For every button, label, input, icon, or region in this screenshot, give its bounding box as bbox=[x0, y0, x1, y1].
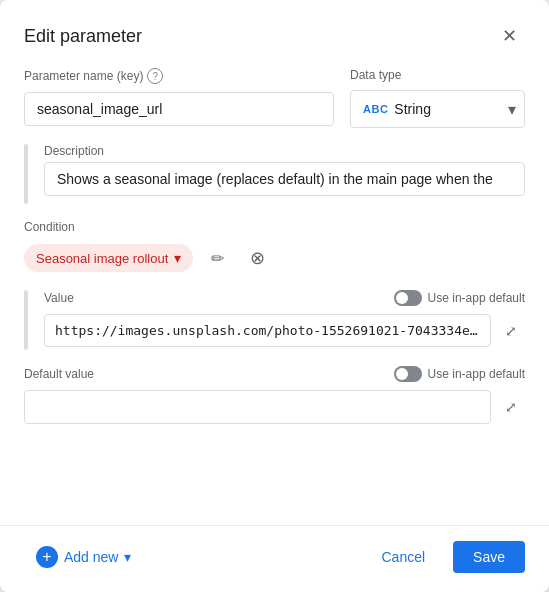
plus-circle-icon: + bbox=[36, 546, 58, 568]
value-card-header: Value Use in-app default bbox=[44, 290, 525, 306]
condition-chip[interactable]: Seasonal image rollout ▾ bbox=[24, 244, 193, 272]
param-type-row: Parameter name (key) ? Data type ABC Str… bbox=[24, 68, 525, 128]
condition-section: Condition Seasonal image rollout ▾ ✏ ⊗ bbox=[24, 220, 525, 274]
data-type-group: Data type ABC String ▾ bbox=[350, 68, 525, 128]
edit-condition-button[interactable]: ✏ bbox=[201, 242, 233, 274]
chevron-down-icon: ▾ bbox=[508, 100, 516, 119]
add-new-label: Add new bbox=[64, 549, 118, 565]
description-input[interactable] bbox=[44, 162, 525, 196]
close-icon: ✕ bbox=[502, 25, 517, 47]
dialog-header: Edit parameter ✕ bbox=[0, 0, 549, 68]
param-name-input[interactable] bbox=[24, 92, 334, 126]
data-type-value: String bbox=[394, 101, 508, 117]
value-indent-divider bbox=[24, 290, 28, 350]
description-label: Description bbox=[44, 144, 525, 158]
description-content: Description bbox=[44, 144, 525, 204]
cancel-button[interactable]: Cancel bbox=[361, 541, 445, 573]
abc-badge: ABC bbox=[363, 103, 388, 115]
default-toggle-knob bbox=[396, 368, 408, 380]
expand-icon: ⤢ bbox=[505, 323, 517, 339]
value-card: Value Use in-app default ⤢ bbox=[44, 290, 525, 350]
add-new-chevron-icon: ▾ bbox=[124, 549, 131, 565]
default-expand-icon: ⤢ bbox=[505, 399, 517, 415]
param-name-help-icon[interactable]: ? bbox=[147, 68, 163, 84]
close-button[interactable]: ✕ bbox=[493, 20, 525, 52]
default-value-input-row: ⤢ bbox=[24, 390, 525, 424]
edit-parameter-dialog: Edit parameter ✕ Parameter name (key) ? … bbox=[0, 0, 549, 592]
data-type-select[interactable]: ABC String ▾ bbox=[350, 90, 525, 128]
param-name-group: Parameter name (key) ? bbox=[24, 68, 334, 128]
default-value-label: Default value bbox=[24, 367, 94, 381]
condition-row: Seasonal image rollout ▾ ✏ ⊗ bbox=[24, 242, 525, 274]
use-inapp-label: Use in-app default bbox=[428, 291, 525, 305]
data-type-label-text: Data type bbox=[350, 68, 525, 82]
edit-icon: ✏ bbox=[211, 249, 224, 268]
default-value-section: Default value Use in-app default ⤢ bbox=[24, 366, 525, 424]
value-label: Value bbox=[44, 291, 74, 305]
add-new-button[interactable]: + Add new ▾ bbox=[24, 538, 143, 576]
dialog-footer: + Add new ▾ Cancel Save bbox=[0, 525, 549, 592]
chip-chevron-icon: ▾ bbox=[174, 250, 181, 266]
use-inapp-toggle[interactable] bbox=[394, 290, 422, 306]
condition-label: Condition bbox=[24, 220, 525, 234]
param-name-label: Parameter name (key) ? bbox=[24, 68, 334, 84]
remove-condition-button[interactable]: ⊗ bbox=[241, 242, 273, 274]
default-use-inapp-toggle-row: Use in-app default bbox=[394, 366, 525, 382]
indent-divider bbox=[24, 144, 28, 204]
remove-icon: ⊗ bbox=[250, 247, 265, 269]
toggle-knob bbox=[396, 292, 408, 304]
default-value-header: Default value Use in-app default bbox=[24, 366, 525, 382]
condition-chip-label: Seasonal image rollout bbox=[36, 251, 168, 266]
dialog-body: Parameter name (key) ? Data type ABC Str… bbox=[0, 68, 549, 525]
default-value-input[interactable] bbox=[24, 390, 491, 424]
description-section: Description bbox=[24, 144, 525, 204]
value-section: Value Use in-app default ⤢ bbox=[24, 290, 525, 350]
footer-actions: Cancel Save bbox=[361, 541, 525, 573]
value-input[interactable] bbox=[44, 314, 491, 347]
value-input-row: ⤢ bbox=[44, 314, 525, 347]
save-button[interactable]: Save bbox=[453, 541, 525, 573]
value-expand-button[interactable]: ⤢ bbox=[497, 317, 525, 345]
default-use-inapp-label: Use in-app default bbox=[428, 367, 525, 381]
default-expand-button[interactable]: ⤢ bbox=[497, 393, 525, 421]
default-use-inapp-toggle[interactable] bbox=[394, 366, 422, 382]
dialog-title: Edit parameter bbox=[24, 26, 142, 47]
use-inapp-toggle-row: Use in-app default bbox=[394, 290, 525, 306]
